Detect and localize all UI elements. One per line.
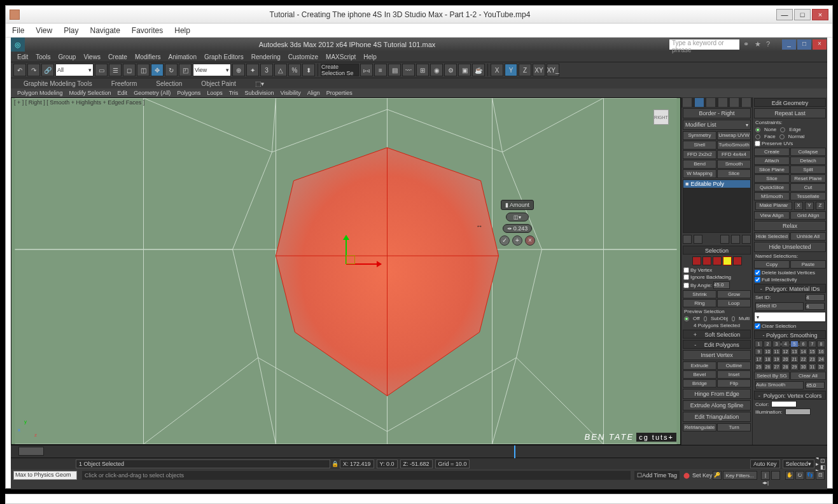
maximize-button[interactable]: □ [794, 9, 811, 20]
view-cube[interactable]: RIGHT [653, 109, 669, 125]
help-icon[interactable]: ? [766, 40, 775, 49]
slice-button[interactable]: Slice [754, 174, 790, 183]
smoothing-group-13[interactable]: 13 [790, 348, 799, 355]
full-interactivity-check[interactable] [755, 277, 760, 283]
smoothing-group-29[interactable]: 29 [790, 363, 799, 370]
smoothing-group-15[interactable]: 15 [808, 348, 816, 355]
ribbon-sub-modsel[interactable]: Modify Selection [69, 90, 111, 96]
schematic-button[interactable]: ⊞ [416, 64, 429, 76]
grow-button[interactable]: Grow [717, 290, 751, 298]
hierarchy-tab-icon[interactable] [706, 98, 715, 107]
set-id-spinner[interactable]: 4 [806, 294, 825, 301]
play-button[interactable]: ▸ [816, 461, 820, 467]
smoothing-group-32[interactable]: 32 [817, 363, 825, 370]
coord-y[interactable]: Y: 0.0 [377, 459, 398, 468]
show-result-icon[interactable] [694, 235, 702, 244]
hide-selected-button[interactable]: Hide Selected [754, 232, 790, 241]
smoothing-group-31[interactable]: 31 [808, 363, 816, 370]
time-slider[interactable] [11, 445, 827, 458]
ribbon-sub-polymod[interactable]: Polygon Modeling [17, 90, 63, 96]
modify-tab-icon[interactable] [695, 98, 704, 107]
copy-sel-button[interactable]: Copy [754, 260, 790, 269]
selection-rollout[interactable]: Selection [683, 246, 751, 255]
mod-unwrap[interactable]: Unwrap UVW [717, 131, 751, 140]
viewport[interactable]: [ + ] [ Right ] [ Smooth + Highlights + … [11, 97, 681, 445]
select-button[interactable]: ▭ [95, 64, 108, 76]
rotate-button[interactable]: ↻ [165, 64, 178, 76]
menu-help[interactable]: Help [174, 26, 190, 35]
smoothing-group-7[interactable]: 7 [808, 340, 816, 347]
max-menu-create[interactable]: Create [108, 53, 127, 60]
key-mode-dropdown[interactable]: Selected▾ [783, 459, 814, 468]
detach-button[interactable]: Detach [790, 157, 826, 165]
clear-all-sg-button[interactable]: Clear All [790, 372, 826, 380]
smoothing-group-27[interactable]: 27 [772, 363, 781, 370]
menu-play[interactable]: Play [64, 26, 78, 35]
smoothing-group-10[interactable]: 10 [764, 348, 772, 355]
nav-pan-icon[interactable]: ✋ [785, 471, 794, 480]
max-menu-edit[interactable]: Edit [17, 53, 28, 60]
keymode-icon[interactable]: 🔑 [713, 471, 722, 480]
constraint-normal-radio[interactable] [779, 134, 785, 139]
ribbon-tab-objectpaint[interactable]: Object Paint [201, 80, 235, 87]
coord-x[interactable]: X: 172.419 [340, 459, 374, 468]
preview-subobj-radio[interactable] [704, 316, 707, 321]
caddy-ok-button[interactable]: ✓ [499, 235, 510, 246]
smoothing-group-3[interactable]: 3 [772, 340, 781, 347]
repeat-last-button[interactable]: Repeat Last [754, 108, 826, 118]
window-crossing-button[interactable]: ◫ [137, 64, 150, 76]
extrude-spline-button[interactable]: Extrude Along Spline [683, 400, 751, 410]
render-setup-button[interactable]: ⚙ [444, 64, 457, 76]
max-menu-views[interactable]: Views [83, 53, 101, 60]
axis-y-button[interactable]: Y [505, 64, 517, 76]
view-align-button[interactable]: View Align [754, 211, 790, 220]
grid-align-button[interactable]: Grid Align [790, 211, 826, 220]
percent-snap-button[interactable]: % [288, 64, 301, 76]
smoothing-group-2[interactable]: 2 [764, 340, 772, 347]
max-logo-icon[interactable]: ◎ [11, 38, 25, 52]
scale-button[interactable]: ◰ [179, 64, 192, 76]
constraint-face-radio[interactable] [755, 134, 760, 139]
max-menu-customize[interactable]: Customize [288, 53, 318, 60]
menu-favorites[interactable]: Favorites [132, 26, 163, 35]
ignore-backfacing-check[interactable] [683, 274, 689, 280]
pivot-button[interactable]: ⊕ [232, 64, 245, 76]
redo-button[interactable]: ↷ [27, 64, 40, 76]
smoothing-group-19[interactable]: 19 [772, 356, 781, 363]
spinner-snap-button[interactable]: ⬍ [302, 64, 315, 76]
smoothing-group-16[interactable]: 16 [817, 348, 825, 355]
flip-button[interactable]: Flip [717, 379, 751, 388]
coord-z[interactable]: Z: -51.682 [400, 459, 433, 468]
undo-button[interactable]: ↶ [13, 64, 26, 76]
unhide-all-button[interactable]: Unhide All [790, 232, 826, 241]
tessellate-button[interactable]: Tessellate [790, 192, 826, 200]
smoothing-group-20[interactable]: 20 [781, 356, 790, 363]
planar-y[interactable]: Y [805, 202, 814, 210]
slice-plane-button[interactable]: Slice Plane [754, 165, 790, 174]
max-menu-maxscript[interactable]: MAXScript [326, 53, 356, 60]
remove-mod-icon[interactable] [731, 235, 740, 244]
minimize-button[interactable]: — [776, 9, 793, 20]
inset-button[interactable]: Inset [717, 370, 751, 379]
max-maximize-button[interactable]: □ [797, 39, 811, 50]
color-swatch[interactable] [771, 401, 797, 407]
manipulate-button[interactable]: ✦ [246, 64, 259, 76]
preserve-uvs-check[interactable] [755, 141, 760, 146]
mod-wmap[interactable]: W Mapping Clc [683, 169, 716, 178]
constraint-edge-radio[interactable] [780, 127, 785, 132]
msmooth-button[interactable]: MSmooth [754, 192, 790, 200]
reset-plane-button[interactable]: Reset Plane [790, 174, 826, 183]
material-ids-rollout[interactable]: - Polygon: Material IDs [754, 284, 826, 293]
smoothing-group-1[interactable]: 1 [755, 340, 763, 347]
material-name-dropdown[interactable] [754, 312, 826, 322]
max-minimize-button[interactable]: _ [782, 39, 796, 50]
modifier-list-dropdown[interactable]: Modifier List [683, 120, 751, 130]
max-menu-group[interactable]: Group [59, 53, 76, 60]
ribbon-sub-edit[interactable]: Edit [118, 90, 128, 96]
utilities-tab-icon[interactable] [742, 98, 751, 107]
player-scrubber[interactable] [5, 494, 833, 504]
material-editor-button[interactable]: ◉ [430, 64, 443, 76]
mod-ffd2[interactable]: FFD 2x2x2 [683, 150, 716, 159]
smoothing-group-25[interactable]: 25 [755, 363, 763, 370]
axis-xy-button[interactable]: XY [533, 64, 545, 76]
